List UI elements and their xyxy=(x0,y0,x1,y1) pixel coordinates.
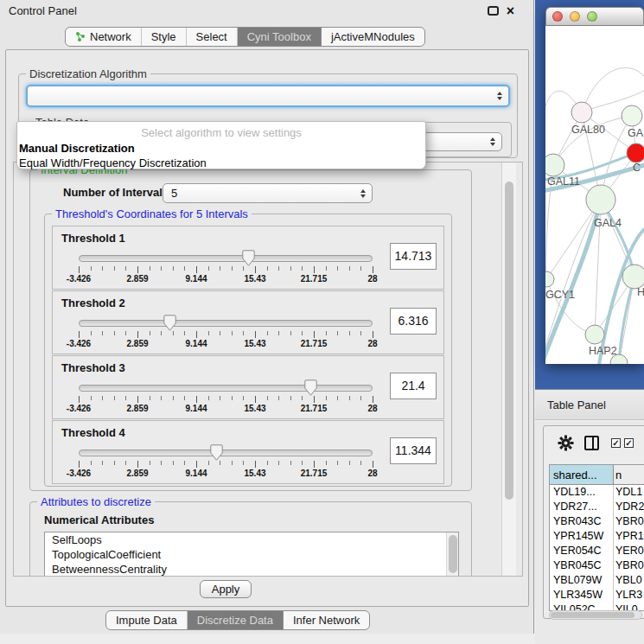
tab-infer-network[interactable]: Infer Network xyxy=(283,611,369,629)
node-table: shared...nYDL19...YDL1YDR27...YDR2YBR043… xyxy=(549,464,644,611)
settings-scrollbar-thumb[interactable] xyxy=(505,182,513,500)
table-row[interactable]: YBR043CYBR0 xyxy=(550,514,644,529)
zoom-traffic-light-icon[interactable] xyxy=(587,11,597,22)
attributes-scrollbar-thumb[interactable] xyxy=(449,535,457,573)
network-canvas[interactable]: GAL80GACGAL11GAL4GCY1HHAP2 xyxy=(545,26,644,364)
tab-impute-data[interactable]: Impute Data xyxy=(106,611,187,629)
tab-style[interactable]: Style xyxy=(141,28,186,46)
cell-name[interactable]: YDR2 xyxy=(614,500,644,514)
table-row[interactable]: YLR345WYLR3 xyxy=(550,588,644,603)
column-view-icon[interactable] xyxy=(584,436,599,450)
cell-shared-name[interactable]: YDR27... xyxy=(550,500,614,514)
cell-shared-name[interactable]: YBR045C xyxy=(550,558,614,573)
number-of-intervals-combobox[interactable]: 5 xyxy=(163,183,373,203)
table-row[interactable]: YBR045CYBR0 xyxy=(550,558,644,573)
threshold-value-field[interactable]: 21.4 xyxy=(390,373,437,399)
slider-scale-label: 15.43 xyxy=(244,339,265,348)
table-hscrollbar-thumb[interactable] xyxy=(551,612,634,618)
attribute-list-item[interactable]: BetweennessCentrality xyxy=(45,562,458,577)
slider-thumb[interactable] xyxy=(304,379,317,396)
network-node-GAL80[interactable] xyxy=(571,102,592,123)
cell-shared-name[interactable]: YER054C xyxy=(550,544,614,558)
slider-tick xyxy=(290,461,291,465)
slider-tick xyxy=(267,331,268,335)
algorithm-option-equal-width[interactable]: Equal Width/Frequency Discretization xyxy=(17,156,425,170)
slider-tick xyxy=(196,266,197,273)
table-row[interactable]: YDR27...YDR2 xyxy=(550,500,644,514)
threshold-value-field[interactable]: 6.316 xyxy=(390,308,437,335)
slider-track[interactable] xyxy=(79,320,373,327)
threshold-value-field[interactable]: 14.713 xyxy=(390,243,437,270)
network-node-C[interactable] xyxy=(627,143,644,163)
tab-discretize-data[interactable]: Discretize Data xyxy=(187,611,283,629)
table-row[interactable]: YER054CYER0 xyxy=(550,544,644,558)
network-node-GAL11[interactable] xyxy=(545,154,564,176)
close-traffic-light-icon[interactable] xyxy=(552,11,563,22)
cell-shared-name[interactable]: YBR043C xyxy=(550,514,614,529)
slider-tick xyxy=(102,331,103,335)
slider-tick xyxy=(290,396,291,400)
slider-tick xyxy=(337,266,338,271)
minimize-traffic-light-icon[interactable] xyxy=(570,11,580,22)
slider-thumb[interactable] xyxy=(210,444,223,461)
network-node-GAL4[interactable] xyxy=(586,185,615,214)
checkbox-icon[interactable]: ✓ xyxy=(624,438,634,448)
cell-name[interactable]: YBL0 xyxy=(614,573,644,588)
attributes-scrollbar[interactable] xyxy=(446,532,458,577)
slider-tick xyxy=(326,331,327,335)
slider-track[interactable] xyxy=(79,255,373,262)
threshold-value-field[interactable]: 11.344 xyxy=(390,437,437,464)
cell-shared-name[interactable]: YLR345W xyxy=(550,588,614,603)
slider-track[interactable] xyxy=(79,450,373,456)
slider-thumb[interactable] xyxy=(242,250,255,266)
settings-scrollbar[interactable] xyxy=(501,163,516,576)
network-node-GCY1[interactable] xyxy=(545,271,554,287)
float-window-icon[interactable] xyxy=(488,6,499,16)
table-row[interactable]: YPR145WYPR1 xyxy=(550,529,644,544)
tab-style-label: Style xyxy=(151,30,176,43)
slider-track[interactable] xyxy=(79,385,373,392)
slider-tick xyxy=(360,331,361,335)
algorithm-combobox[interactable] xyxy=(26,85,510,107)
attribute-list-item[interactable]: TopologicalCoefficient xyxy=(45,547,458,562)
cell-name[interactable]: YBR0 xyxy=(614,558,644,573)
apply-button[interactable]: Apply xyxy=(200,580,252,598)
tab-select[interactable]: Select xyxy=(186,28,237,46)
slider-scale-label: 15.43 xyxy=(244,404,265,413)
slider-tick xyxy=(302,461,303,465)
cell-shared-name[interactable]: YBL079W xyxy=(550,573,614,588)
cell-name[interactable]: YBR0 xyxy=(614,514,644,529)
thresholds-group: Threshold's Coordinates for 5 Intervals … xyxy=(44,214,452,487)
column-header-shared-name[interactable]: shared... xyxy=(550,465,614,484)
interval-definition-group: Interval Definition Number of Intervals … xyxy=(29,169,472,491)
slider-tick xyxy=(278,396,279,400)
network-node-H[interactable] xyxy=(622,265,644,289)
tab-cyni-toolbox[interactable]: Cyni Toolbox xyxy=(237,28,321,46)
algorithm-option-manual[interactable]: Manual Discretization xyxy=(17,139,425,156)
cell-name[interactable]: YER0 xyxy=(614,544,644,558)
tab-jactivemnodules[interactable]: jActiveMNodules xyxy=(321,28,424,46)
cell-shared-name[interactable]: YDL19... xyxy=(550,485,614,500)
network-node-HAP2[interactable] xyxy=(585,325,604,344)
checkbox-icon[interactable]: ✓ xyxy=(611,438,621,448)
slider-tick xyxy=(173,396,174,400)
table-row[interactable]: YDL19...YDL1 xyxy=(550,485,644,500)
close-icon[interactable]: × xyxy=(507,6,514,16)
slider-tick xyxy=(255,461,256,468)
attribute-items: SelfLoopsTopologicalCoefficientBetweenne… xyxy=(45,532,458,577)
tab-network[interactable]: Network xyxy=(66,28,141,46)
slider-thumb[interactable] xyxy=(163,315,176,331)
cell-name[interactable]: YDL1 xyxy=(614,485,644,500)
column-header-name[interactable]: n xyxy=(614,465,644,484)
table-horizontal-scrollbar[interactable] xyxy=(549,610,642,620)
attribute-list-item[interactable]: SelfLoops xyxy=(45,532,458,547)
network-node-GA[interactable] xyxy=(622,105,642,126)
cell-name[interactable]: YPR1 xyxy=(614,529,644,544)
table-row[interactable]: YBL079WYBL0 xyxy=(550,573,644,588)
slider-tick xyxy=(196,331,197,338)
slider-tick xyxy=(208,461,209,465)
gear-icon[interactable] xyxy=(558,435,574,455)
cell-shared-name[interactable]: YPR145W xyxy=(550,529,614,544)
attributes-group-title: Attributes to discretize xyxy=(37,495,155,508)
cell-name[interactable]: YLR3 xyxy=(614,588,644,603)
